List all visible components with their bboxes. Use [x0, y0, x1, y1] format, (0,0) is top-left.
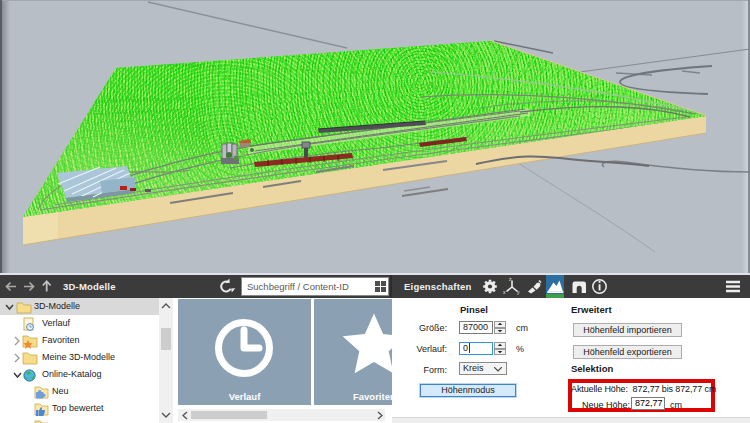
- svg-text:x: x: [503, 289, 506, 295]
- svg-text:y: y: [517, 289, 520, 295]
